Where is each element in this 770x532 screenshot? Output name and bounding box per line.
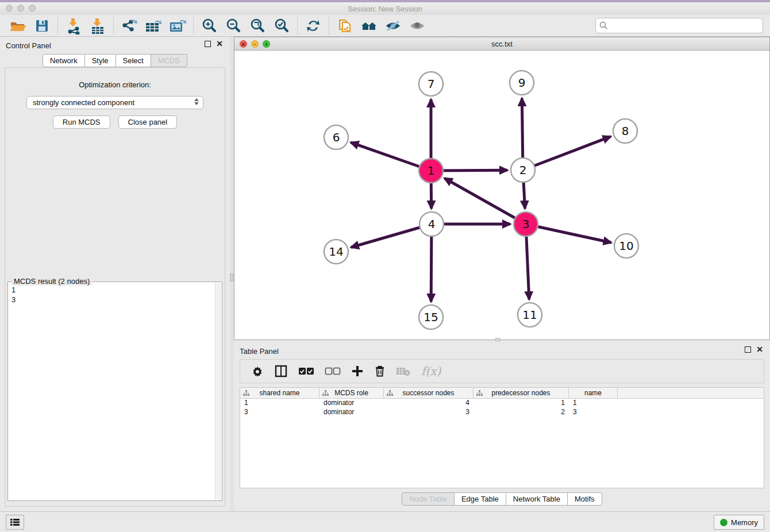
search-input[interactable] — [595, 18, 763, 33]
criterion-select-value: strongly connected component — [33, 98, 134, 107]
optimization-criterion-label: Optimization criterion: — [5, 80, 225, 89]
splitter-handle[interactable] — [230, 273, 234, 282]
apply-function-icon[interactable]: f(x) — [421, 364, 441, 378]
run-mcds-button[interactable]: Run MCDS — [53, 115, 110, 129]
open-file-icon[interactable] — [8, 17, 28, 35]
hide-selected-icon[interactable] — [383, 17, 403, 35]
import-network-icon[interactable] — [64, 17, 83, 35]
memory-button[interactable]: Memory — [714, 515, 764, 530]
graph-node-4[interactable]: 4 — [419, 212, 444, 236]
edge-2-8[interactable] — [523, 137, 611, 170]
export-network-icon[interactable] — [120, 17, 139, 35]
close-table-panel-icon[interactable]: ✕ — [756, 346, 763, 353]
show-all-icon[interactable] — [407, 17, 427, 35]
column-header-predecessor-nodes[interactable]: predecessor nodes — [473, 388, 569, 398]
graph-node-15[interactable]: 15 — [419, 305, 443, 329]
vertical-splitter[interactable] — [230, 37, 234, 511]
graph-node-8[interactable]: 8 — [613, 119, 637, 143]
zoom-selected-icon[interactable] — [272, 17, 291, 35]
tab-edge-table[interactable]: Edge Table — [455, 492, 506, 506]
horizontal-splitter-handle[interactable] — [495, 338, 500, 341]
task-history-button[interactable] — [6, 515, 24, 530]
delete-table-icon[interactable] — [396, 366, 411, 376]
node-label: 14 — [329, 245, 343, 259]
save-session-icon[interactable] — [32, 17, 52, 35]
close-panel-icon[interactable]: ✕ — [216, 41, 223, 47]
refresh-icon[interactable] — [303, 17, 323, 35]
mcds-tab-content: Optimization criterion: strongly connect… — [5, 67, 225, 507]
float-table-panel-icon[interactable] — [745, 346, 751, 353]
node-label: 1 — [428, 164, 435, 178]
mcds-result-text[interactable]: 1 3 — [9, 284, 214, 499]
zoom-fit-icon[interactable] — [248, 17, 267, 35]
delete-rows-icon[interactable] — [374, 365, 386, 377]
graph-node-6[interactable]: 6 — [324, 125, 348, 149]
graph-node-1[interactable]: 1 — [419, 159, 443, 183]
cell-predecessor-nodes[interactable]: 2 — [473, 408, 569, 417]
node-table[interactable]: shared nameMCDS rolesuccessor nodesprede… — [240, 387, 764, 488]
tab-network-table[interactable]: Network Table — [506, 492, 568, 506]
control-panel: Control Panel ✕ NetworkStyleSelectMCDS O… — [0, 37, 230, 511]
table-row[interactable]: 1dominator411 — [240, 399, 764, 408]
criterion-select[interactable]: strongly connected component — [26, 96, 203, 109]
column-header-name[interactable]: name — [569, 388, 618, 398]
zoom-out-icon[interactable] — [224, 17, 243, 35]
table-toolbar: f(x) — [240, 359, 764, 383]
zoom-in-icon[interactable] — [199, 17, 219, 35]
graph-node-9[interactable]: 9 — [510, 71, 534, 95]
node-label: 2 — [519, 163, 527, 177]
graph-node-14[interactable]: 14 — [324, 240, 348, 264]
export-table-icon[interactable] — [144, 17, 163, 35]
import-table-icon[interactable] — [88, 17, 107, 35]
network-window-titlebar[interactable]: ✕ − + scc.txt — [234, 37, 769, 51]
cell-successor-nodes[interactable]: 4 — [384, 399, 473, 408]
main-titlebar: Session: New Session — [0, 2, 770, 15]
close-panel-button[interactable]: Close panel — [118, 115, 178, 129]
table-settings-icon[interactable] — [251, 365, 264, 377]
tab-mcds[interactable]: MCDS — [151, 54, 187, 67]
deselect-all-checkboxes-icon[interactable] — [325, 367, 341, 375]
edge-3-10[interactable] — [526, 224, 611, 242]
graph-node-3[interactable]: 3 — [514, 212, 538, 236]
first-neighbors-icon[interactable] — [359, 17, 379, 35]
network-graph[interactable]: 7968124314101511 — [234, 51, 769, 340]
node-label: 3 — [522, 217, 530, 231]
tab-select[interactable]: Select — [116, 54, 151, 67]
node-label: 15 — [424, 310, 438, 324]
column-header-successor-nodes[interactable]: successor nodes — [384, 388, 473, 398]
cell-MCDS-role[interactable]: dominator — [319, 399, 384, 408]
toolbar-separator — [297, 17, 298, 34]
node-label: 11 — [522, 308, 537, 322]
graph-node-2[interactable]: 2 — [511, 158, 535, 182]
column-header-shared-name[interactable]: shared name — [240, 388, 319, 398]
tab-node-table[interactable]: Node Table — [402, 492, 455, 506]
graph-node-10[interactable]: 10 — [614, 234, 638, 258]
tab-network[interactable]: Network — [43, 54, 85, 67]
tab-motifs[interactable]: Motifs — [568, 492, 602, 506]
cell-name[interactable]: 1 — [569, 399, 618, 408]
cell-successor-nodes[interactable]: 3 — [384, 408, 473, 417]
toolbar-separator — [57, 17, 58, 34]
edge-3-1[interactable] — [445, 178, 526, 224]
float-panel-icon[interactable] — [205, 41, 211, 47]
tab-style[interactable]: Style — [85, 54, 116, 67]
cell-name[interactable]: 3 — [569, 408, 618, 417]
network-canvas[interactable]: 7968124314101511 — [234, 51, 769, 340]
add-row-icon[interactable] — [351, 365, 364, 377]
memory-status-icon — [720, 519, 727, 526]
toolbar-separator — [193, 17, 194, 34]
graph-node-7[interactable]: 7 — [419, 72, 443, 96]
control-panel-title: Control Panel — [6, 41, 51, 50]
table-row[interactable]: 3dominator323 — [240, 408, 764, 417]
graph-node-11[interactable]: 11 — [518, 303, 542, 327]
column-header-MCDS-role[interactable]: MCDS role — [319, 388, 384, 398]
clone-network-icon[interactable] — [335, 17, 355, 35]
result-scrollbar[interactable] — [215, 283, 221, 500]
export-image-icon[interactable] — [168, 17, 187, 35]
cell-predecessor-nodes[interactable]: 1 — [473, 399, 569, 408]
select-all-checkboxes-icon[interactable] — [298, 367, 314, 375]
cell-shared-name[interactable]: 1 — [240, 399, 319, 408]
cell-shared-name[interactable]: 3 — [240, 408, 319, 417]
column-visibility-icon[interactable] — [274, 364, 288, 378]
cell-MCDS-role[interactable]: dominator — [319, 408, 384, 417]
